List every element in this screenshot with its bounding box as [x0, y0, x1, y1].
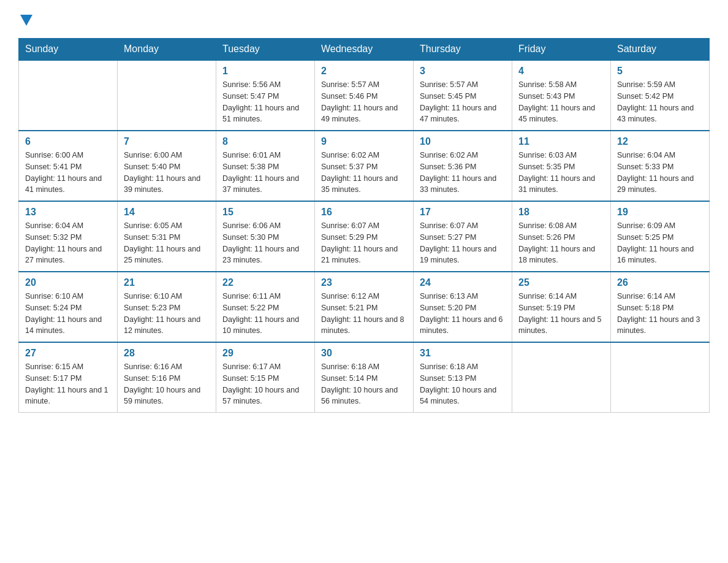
day-number: 22 — [222, 277, 308, 288]
calendar-cell: 8Sunrise: 6:01 AM Sunset: 5:38 PM Daylig… — [216, 131, 315, 201]
day-number: 2 — [321, 66, 407, 77]
calendar-cell: 15Sunrise: 6:06 AM Sunset: 5:30 PM Dayli… — [216, 201, 315, 272]
calendar-cell: 11Sunrise: 6:03 AM Sunset: 5:35 PM Dayli… — [512, 131, 611, 201]
calendar-cell: 18Sunrise: 6:08 AM Sunset: 5:26 PM Dayli… — [512, 201, 611, 272]
day-info: Sunrise: 6:14 AM Sunset: 5:18 PM Dayligh… — [617, 291, 703, 337]
day-info: Sunrise: 6:04 AM Sunset: 5:32 PM Dayligh… — [25, 220, 111, 266]
calendar-cell: 29Sunrise: 6:17 AM Sunset: 5:15 PM Dayli… — [216, 342, 315, 413]
calendar-week-5: 27Sunrise: 6:15 AM Sunset: 5:17 PM Dayli… — [19, 342, 710, 413]
column-header-sunday: Sunday — [19, 39, 118, 61]
day-info: Sunrise: 6:03 AM Sunset: 5:35 PM Dayligh… — [518, 150, 604, 196]
calendar-cell: 12Sunrise: 6:04 AM Sunset: 5:33 PM Dayli… — [611, 131, 710, 201]
day-info: Sunrise: 5:56 AM Sunset: 5:47 PM Dayligh… — [222, 79, 308, 125]
calendar-cell: 20Sunrise: 6:10 AM Sunset: 5:24 PM Dayli… — [19, 272, 118, 342]
day-number: 27 — [25, 348, 111, 359]
day-number: 25 — [518, 277, 604, 288]
day-number: 20 — [25, 277, 111, 288]
day-number: 6 — [25, 136, 111, 147]
calendar-cell: 14Sunrise: 6:05 AM Sunset: 5:31 PM Dayli… — [118, 201, 216, 272]
day-info: Sunrise: 6:13 AM Sunset: 5:20 PM Dayligh… — [420, 291, 506, 337]
day-number: 26 — [617, 277, 703, 288]
day-number: 24 — [420, 277, 506, 288]
logo-triangle-icon — [20, 15, 32, 26]
calendar-cell — [19, 60, 118, 131]
calendar-cell: 7Sunrise: 6:00 AM Sunset: 5:40 PM Daylig… — [118, 131, 216, 201]
calendar-cell: 16Sunrise: 6:07 AM Sunset: 5:29 PM Dayli… — [315, 201, 414, 272]
calendar-cell: 9Sunrise: 6:02 AM Sunset: 5:37 PM Daylig… — [315, 131, 414, 201]
day-info: Sunrise: 5:59 AM Sunset: 5:42 PM Dayligh… — [617, 79, 703, 125]
day-number: 31 — [420, 348, 506, 359]
calendar-cell: 19Sunrise: 6:09 AM Sunset: 5:25 PM Dayli… — [611, 201, 710, 272]
column-header-tuesday: Tuesday — [216, 39, 315, 61]
calendar-cell: 3Sunrise: 5:57 AM Sunset: 5:45 PM Daylig… — [414, 60, 512, 131]
day-number: 1 — [222, 66, 308, 77]
calendar-cell: 1Sunrise: 5:56 AM Sunset: 5:47 PM Daylig… — [216, 60, 315, 131]
day-number: 17 — [420, 207, 506, 218]
day-number: 18 — [518, 207, 604, 218]
calendar-cell: 17Sunrise: 6:07 AM Sunset: 5:27 PM Dayli… — [414, 201, 512, 272]
day-info: Sunrise: 6:00 AM Sunset: 5:41 PM Dayligh… — [25, 150, 111, 196]
column-header-friday: Friday — [512, 39, 611, 61]
day-number: 23 — [321, 277, 407, 288]
calendar-cell: 25Sunrise: 6:14 AM Sunset: 5:19 PM Dayli… — [512, 272, 611, 342]
day-info: Sunrise: 6:09 AM Sunset: 5:25 PM Dayligh… — [617, 220, 703, 266]
calendar-header-row: SundayMondayTuesdayWednesdayThursdayFrid… — [19, 39, 710, 61]
day-number: 19 — [617, 207, 703, 218]
calendar-cell — [512, 342, 611, 413]
day-info: Sunrise: 6:10 AM Sunset: 5:24 PM Dayligh… — [25, 291, 111, 337]
column-header-monday: Monday — [118, 39, 216, 61]
calendar-cell: 24Sunrise: 6:13 AM Sunset: 5:20 PM Dayli… — [414, 272, 512, 342]
calendar-cell: 30Sunrise: 6:18 AM Sunset: 5:14 PM Dayli… — [315, 342, 414, 413]
day-number: 12 — [617, 136, 703, 147]
calendar-table: SundayMondayTuesdayWednesdayThursdayFrid… — [18, 38, 710, 413]
calendar-cell: 28Sunrise: 6:16 AM Sunset: 5:16 PM Dayli… — [118, 342, 216, 413]
day-info: Sunrise: 6:02 AM Sunset: 5:37 PM Dayligh… — [321, 150, 407, 196]
calendar-cell: 21Sunrise: 6:10 AM Sunset: 5:23 PM Dayli… — [118, 272, 216, 342]
day-info: Sunrise: 6:01 AM Sunset: 5:38 PM Dayligh… — [222, 150, 308, 196]
day-info: Sunrise: 6:17 AM Sunset: 5:15 PM Dayligh… — [222, 361, 308, 407]
day-number: 13 — [25, 207, 111, 218]
day-number: 14 — [124, 207, 210, 218]
calendar-cell: 23Sunrise: 6:12 AM Sunset: 5:21 PM Dayli… — [315, 272, 414, 342]
day-info: Sunrise: 6:12 AM Sunset: 5:21 PM Dayligh… — [321, 291, 407, 337]
day-info: Sunrise: 6:07 AM Sunset: 5:27 PM Dayligh… — [420, 220, 506, 266]
day-number: 10 — [420, 136, 506, 147]
calendar-cell — [118, 60, 216, 131]
calendar-cell: 10Sunrise: 6:02 AM Sunset: 5:36 PM Dayli… — [414, 131, 512, 201]
column-header-thursday: Thursday — [414, 39, 512, 61]
calendar-cell: 6Sunrise: 6:00 AM Sunset: 5:41 PM Daylig… — [19, 131, 118, 201]
calendar-week-1: 1Sunrise: 5:56 AM Sunset: 5:47 PM Daylig… — [19, 60, 710, 131]
day-number: 21 — [124, 277, 210, 288]
day-number: 11 — [518, 136, 604, 147]
calendar-cell: 26Sunrise: 6:14 AM Sunset: 5:18 PM Dayli… — [611, 272, 710, 342]
day-info: Sunrise: 6:18 AM Sunset: 5:14 PM Dayligh… — [321, 361, 407, 407]
day-info: Sunrise: 6:02 AM Sunset: 5:36 PM Dayligh… — [420, 150, 506, 196]
calendar-week-2: 6Sunrise: 6:00 AM Sunset: 5:41 PM Daylig… — [19, 131, 710, 201]
day-info: Sunrise: 6:08 AM Sunset: 5:26 PM Dayligh… — [518, 220, 604, 266]
calendar-week-3: 13Sunrise: 6:04 AM Sunset: 5:32 PM Dayli… — [19, 201, 710, 272]
day-info: Sunrise: 6:00 AM Sunset: 5:40 PM Dayligh… — [124, 150, 210, 196]
day-number: 16 — [321, 207, 407, 218]
calendar-cell: 4Sunrise: 5:58 AM Sunset: 5:43 PM Daylig… — [512, 60, 611, 131]
calendar-cell: 2Sunrise: 5:57 AM Sunset: 5:46 PM Daylig… — [315, 60, 414, 131]
day-info: Sunrise: 6:16 AM Sunset: 5:16 PM Dayligh… — [124, 361, 210, 407]
day-number: 7 — [124, 136, 210, 147]
day-info: Sunrise: 6:04 AM Sunset: 5:33 PM Dayligh… — [617, 150, 703, 196]
day-number: 29 — [222, 348, 308, 359]
day-info: Sunrise: 6:06 AM Sunset: 5:30 PM Dayligh… — [222, 220, 308, 266]
calendar-cell — [611, 342, 710, 413]
day-info: Sunrise: 6:15 AM Sunset: 5:17 PM Dayligh… — [25, 361, 111, 407]
day-info: Sunrise: 6:14 AM Sunset: 5:19 PM Dayligh… — [518, 291, 604, 337]
day-number: 9 — [321, 136, 407, 147]
day-info: Sunrise: 6:07 AM Sunset: 5:29 PM Dayligh… — [321, 220, 407, 266]
logo — [18, 12, 32, 26]
column-header-saturday: Saturday — [611, 39, 710, 61]
calendar-cell: 31Sunrise: 6:18 AM Sunset: 5:13 PM Dayli… — [414, 342, 512, 413]
day-info: Sunrise: 5:57 AM Sunset: 5:45 PM Dayligh… — [420, 79, 506, 125]
day-number: 15 — [222, 207, 308, 218]
calendar-cell: 22Sunrise: 6:11 AM Sunset: 5:22 PM Dayli… — [216, 272, 315, 342]
day-info: Sunrise: 6:18 AM Sunset: 5:13 PM Dayligh… — [420, 361, 506, 407]
page-header — [18, 12, 710, 26]
day-number: 28 — [124, 348, 210, 359]
day-info: Sunrise: 5:58 AM Sunset: 5:43 PM Dayligh… — [518, 79, 604, 125]
